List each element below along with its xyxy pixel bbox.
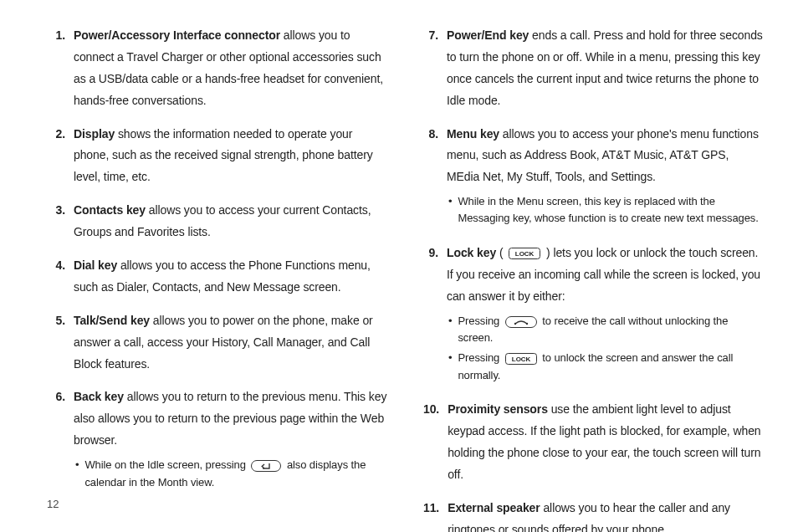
item-number: 8. xyxy=(423,124,447,231)
list-item: 11. External speaker allows you to hear … xyxy=(423,498,763,532)
item-term: External speaker xyxy=(448,501,540,514)
list-item: 8. Menu key allows you to access your ph… xyxy=(423,124,763,231)
list-item: 10. Proximity sensors use the ambient li… xyxy=(423,399,763,486)
item-body: Power/End key ends a call. Press and hol… xyxy=(447,25,763,112)
sub-list: • While in the Menu screen, this key is … xyxy=(447,193,763,227)
list-item: 5. Talk/Send key allows you to power on … xyxy=(50,310,390,376)
item-number: 6. xyxy=(50,386,74,494)
feature-list-right: 7. Power/End key ends a call. Press and … xyxy=(423,25,763,532)
item-term: Dial key xyxy=(74,258,117,272)
item-term: Proximity sensors xyxy=(448,402,548,416)
item-number: 3. xyxy=(50,200,74,243)
item-body: Proximity sensors use the ambient light … xyxy=(448,399,763,486)
sub-list: • While on the Idle screen, pressing als… xyxy=(74,457,390,491)
item-number: 11. xyxy=(423,498,448,532)
sub-text-pre: Pressing xyxy=(458,315,502,327)
item-body: Dial key allows you to access the Phone … xyxy=(74,255,390,299)
back-key-icon xyxy=(248,458,284,474)
lock-key-icon: LOCK xyxy=(506,243,543,264)
item-number: 5. xyxy=(50,310,74,376)
sub-list: • Pressing to receive the call without u… xyxy=(447,313,763,385)
text-pre: ( xyxy=(496,246,506,259)
bullet-icon: • xyxy=(447,313,458,330)
sub-item: • While in the Menu screen, this key is … xyxy=(447,193,763,227)
manual-page: 1. Power/Accessory Interface connector a… xyxy=(0,0,798,532)
item-term: Back key xyxy=(74,390,124,403)
sub-body: Pressing to receive the call without unl… xyxy=(458,313,763,347)
svg-text:LOCK: LOCK xyxy=(512,356,531,363)
item-rest: allows you to access the Phone Functions… xyxy=(74,258,371,294)
sub-body: While on the Idle screen, pressing also … xyxy=(84,457,390,491)
item-number: 2. xyxy=(50,124,74,189)
item-number: 7. xyxy=(423,25,447,112)
sub-body: Pressing LOCK to unlock the screen and a… xyxy=(458,350,763,384)
sub-text: While in the Menu screen, this key is re… xyxy=(458,193,763,227)
bullet-icon: • xyxy=(74,457,84,473)
item-number: 4. xyxy=(50,255,74,299)
item-term: Talk/Send key xyxy=(74,314,150,327)
svg-text:LOCK: LOCK xyxy=(515,250,535,258)
item-rest: shows the information needed to operate … xyxy=(74,127,373,184)
lock-key-icon: LOCK xyxy=(503,350,540,367)
list-item: 6. Back key allows you to return to the … xyxy=(50,386,390,494)
svg-point-5 xyxy=(526,322,528,324)
item-term: Contacts key xyxy=(74,203,146,217)
sub-item: • Pressing LOCK to unlock the screen and… xyxy=(447,350,763,384)
list-item: 4. Dial key allows you to access the Pho… xyxy=(50,255,390,299)
right-column: 7. Power/End key ends a call. Press and … xyxy=(423,25,763,507)
svg-rect-3 xyxy=(505,316,536,327)
item-body: Power/Accessory Interface connector allo… xyxy=(74,25,390,112)
item-body: External speaker allows you to hear the … xyxy=(448,498,763,532)
item-term: Lock key xyxy=(447,246,496,259)
item-body: Contacts key allows you to access your c… xyxy=(74,200,390,243)
item-body: Display shows the information needed to … xyxy=(74,124,390,189)
sub-text-pre: While on the Idle screen, pressing xyxy=(84,458,248,471)
bullet-icon: • xyxy=(447,193,458,210)
item-term: Power/Accessory Interface connector xyxy=(74,28,280,42)
sub-text-pre: Pressing xyxy=(458,351,502,364)
talk-key-icon xyxy=(503,313,540,330)
item-number: 9. xyxy=(423,243,447,388)
item-term: Menu key xyxy=(447,127,499,141)
item-number: 10. xyxy=(423,399,448,486)
sub-item: • Pressing to receive the call without u… xyxy=(447,313,763,347)
bullet-icon: • xyxy=(447,350,458,366)
list-item: 9. Lock key ( LOCK ) lets you lock or un… xyxy=(423,243,763,388)
item-term: Power/End key xyxy=(447,28,529,42)
sub-item: • While on the Idle screen, pressing als… xyxy=(74,457,390,491)
list-item: 2. Display shows the information needed … xyxy=(50,124,390,189)
item-term: Display xyxy=(74,127,115,141)
item-number: 1. xyxy=(50,25,74,112)
svg-rect-0 xyxy=(252,461,281,472)
svg-point-4 xyxy=(514,322,516,324)
list-item: 1. Power/Accessory Interface connector a… xyxy=(50,25,390,112)
item-body: Menu key allows you to access your phone… xyxy=(447,124,763,231)
feature-list-left: 1. Power/Accessory Interface connector a… xyxy=(50,25,390,494)
list-item: 7. Power/End key ends a call. Press and … xyxy=(423,25,763,112)
item-body: Talk/Send key allows you to power on the… xyxy=(74,310,390,376)
left-column: 1. Power/Accessory Interface connector a… xyxy=(50,25,390,507)
item-body: Back key allows you to return to the pre… xyxy=(74,386,390,494)
list-item: 3. Contacts key allows you to access you… xyxy=(50,200,390,243)
item-body: Lock key ( LOCK ) lets you lock or unloc… xyxy=(447,243,763,388)
page-number: 12 xyxy=(47,498,59,510)
